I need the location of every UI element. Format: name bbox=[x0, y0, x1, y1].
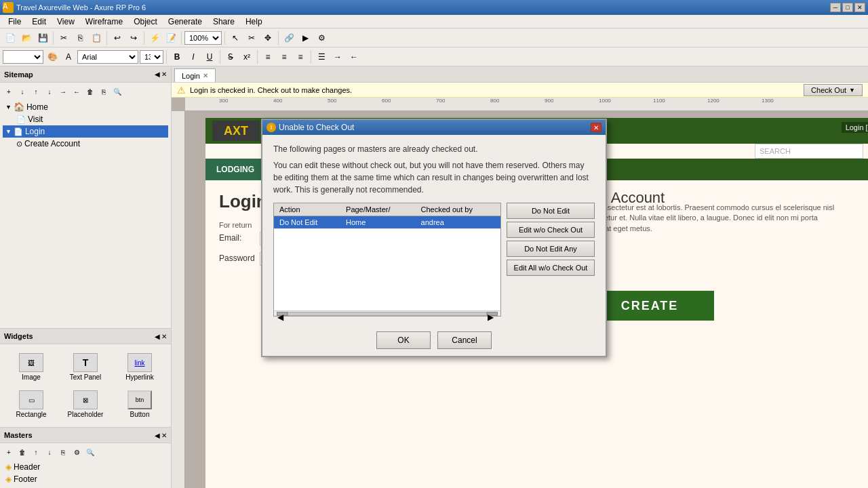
tab-login[interactable]: Login ✕ bbox=[174, 68, 216, 82]
sitemap-item-create-account[interactable]: ⊙ Create Account bbox=[14, 138, 168, 150]
align-right-button[interactable]: ≡ bbox=[293, 49, 308, 64]
new-button[interactable]: 📄 bbox=[3, 30, 18, 45]
sitemap-delete-button[interactable]: 🗑 bbox=[84, 85, 96, 98]
interaction-button[interactable]: ⚡ bbox=[147, 30, 162, 45]
masters-duplicate-button[interactable]: ⎘ bbox=[57, 446, 69, 458]
masters-close-icon[interactable]: ✕ bbox=[161, 432, 167, 439]
menu-generate[interactable]: Generate bbox=[163, 16, 208, 28]
widgets-collapse-icon[interactable]: ◀ bbox=[155, 333, 160, 340]
italic-button[interactable]: I bbox=[186, 49, 201, 64]
style-icon[interactable]: 🎨 bbox=[45, 49, 60, 64]
fontsize-dropdown[interactable]: 13 bbox=[140, 50, 163, 64]
widget-hyperlink[interactable]: link Hyperlink bbox=[114, 350, 165, 384]
menu-view[interactable]: View bbox=[52, 16, 80, 28]
masters-add-button[interactable]: + bbox=[3, 446, 15, 458]
font-dropdown[interactable]: Arial bbox=[77, 50, 138, 64]
checkout-dropdown-icon[interactable]: ▼ bbox=[849, 87, 855, 94]
bold-button[interactable]: B bbox=[170, 49, 184, 64]
widget-button[interactable]: btn Button bbox=[114, 387, 165, 422]
edit-without-checkout-button[interactable]: Edit w/o Check Out bbox=[507, 222, 595, 238]
widgets-header: Widgets ◀ ✕ bbox=[0, 328, 171, 344]
sitemap-move-down-button[interactable]: ↓ bbox=[43, 85, 56, 98]
title-bar-controls[interactable]: ─ □ ✕ bbox=[830, 3, 865, 12]
masters-collapse-icon[interactable]: ◀ bbox=[155, 432, 160, 439]
sitemap-collapse-icon[interactable]: ◀ bbox=[155, 70, 160, 78]
dialog-scrollbar[interactable] bbox=[288, 312, 487, 316]
widgets-close-icon[interactable]: ✕ bbox=[161, 333, 167, 340]
sitemap-outdent-button[interactable]: ← bbox=[71, 85, 83, 98]
scroll-right-arrow[interactable]: ▶ bbox=[487, 312, 498, 316]
close-button[interactable]: ✕ bbox=[854, 3, 865, 12]
tab-close-icon[interactable]: ✕ bbox=[203, 72, 208, 79]
widget-rectangle[interactable]: ▭ Rectangle bbox=[5, 387, 57, 422]
search-bar[interactable]: SEARCH bbox=[755, 144, 863, 159]
menu-help[interactable]: Help bbox=[240, 16, 268, 28]
masters-move-up-button[interactable]: ↑ bbox=[30, 446, 42, 458]
do-not-edit-any-button[interactable]: Do Not Edit Any bbox=[507, 241, 595, 257]
preview-button[interactable]: ▶ bbox=[298, 30, 313, 45]
scroll-left-arrow[interactable]: ◀ bbox=[277, 312, 288, 316]
masters-controls[interactable]: ◀ ✕ bbox=[155, 432, 167, 439]
ok-button[interactable]: OK bbox=[376, 331, 431, 349]
sitemap-duplicate-button[interactable]: ⎘ bbox=[98, 85, 110, 98]
sitemap-close-icon[interactable]: ✕ bbox=[161, 70, 167, 78]
menu-share[interactable]: Share bbox=[208, 16, 240, 28]
cancel-button[interactable]: Cancel bbox=[437, 331, 492, 349]
open-button[interactable]: 📂 bbox=[19, 30, 34, 45]
dialog-close-button[interactable]: ✕ bbox=[591, 123, 601, 132]
widget-image[interactable]: 🖼 Image bbox=[5, 350, 57, 384]
widget-text-panel[interactable]: T Text Panel bbox=[60, 350, 111, 384]
nav-lodging[interactable]: LODGING bbox=[205, 159, 265, 180]
menu-edit[interactable]: Edit bbox=[26, 16, 52, 28]
checkout-button[interactable]: Check Out ▼ bbox=[804, 84, 863, 96]
sitemap-add-child-button[interactable]: ↓ bbox=[16, 85, 28, 98]
masters-item-header[interactable]: ◈ Header bbox=[3, 461, 168, 473]
maximize-button[interactable]: □ bbox=[842, 3, 853, 12]
outdent-button[interactable]: ← bbox=[347, 49, 361, 64]
move-button[interactable]: ✥ bbox=[260, 30, 275, 45]
sitemap-item-visit[interactable]: 📄 Visit bbox=[14, 113, 168, 125]
masters-delete-button[interactable]: 🗑 bbox=[16, 446, 28, 458]
do-not-edit-button[interactable]: Do Not Edit bbox=[507, 203, 595, 219]
redo-button[interactable]: ↪ bbox=[126, 30, 141, 45]
note-button[interactable]: 📝 bbox=[163, 30, 178, 45]
indent-button[interactable]: → bbox=[330, 49, 345, 64]
align-center-button[interactable]: ≡ bbox=[277, 49, 292, 64]
pointer-button[interactable]: ↖ bbox=[228, 30, 243, 45]
menu-file[interactable]: File bbox=[3, 16, 26, 28]
menu-object[interactable]: Object bbox=[128, 16, 163, 28]
sitemap-search-button[interactable]: 🔍 bbox=[111, 85, 123, 98]
sitemap-item-home[interactable]: ▼ 🏠 Home bbox=[3, 100, 168, 113]
underline-button[interactable]: U bbox=[202, 49, 217, 64]
generate-button[interactable]: ⚙ bbox=[314, 30, 329, 45]
save-button[interactable]: 💾 bbox=[35, 30, 50, 45]
sitemap-indent-button[interactable]: → bbox=[57, 85, 69, 98]
publish-button[interactable]: 🔗 bbox=[281, 30, 296, 45]
sitemap-controls[interactable]: ◀ ✕ bbox=[155, 70, 167, 78]
sitemap-move-up-button[interactable]: ↑ bbox=[30, 85, 42, 98]
crop-button[interactable]: ✂ bbox=[244, 30, 259, 45]
sitemap-item-login[interactable]: ▼ 📄 Login bbox=[3, 125, 168, 138]
copy-button[interactable]: ⎘ bbox=[73, 30, 87, 45]
masters-search-button[interactable]: 🔍 bbox=[84, 446, 96, 458]
menu-wireframe[interactable]: Wireframe bbox=[80, 16, 128, 28]
zoom-dropdown[interactable]: 100% 75% 50% 150% bbox=[184, 31, 222, 45]
masters-item-footer[interactable]: ◈ Footer bbox=[3, 473, 168, 485]
widgets-controls[interactable]: ◀ ✕ bbox=[155, 333, 167, 340]
masters-generate-button[interactable]: ⚙ bbox=[71, 446, 83, 458]
superscript-button[interactable]: x² bbox=[239, 49, 254, 64]
align-left-button[interactable]: ≡ bbox=[260, 49, 275, 64]
sitemap-add-button[interactable]: + bbox=[3, 85, 15, 98]
cut-button[interactable]: ✂ bbox=[56, 30, 71, 45]
strikethrough-button[interactable]: S̶ bbox=[223, 49, 238, 64]
style-dropdown[interactable] bbox=[3, 50, 43, 64]
undo-button[interactable]: ↩ bbox=[110, 30, 125, 45]
style2-icon[interactable]: A bbox=[61, 49, 76, 64]
edit-all-without-checkout-button[interactable]: Edit All w/o Check Out bbox=[507, 260, 595, 276]
paste-button[interactable]: 📋 bbox=[89, 30, 104, 45]
list-button[interactable]: ☰ bbox=[314, 49, 329, 64]
widget-placeholder[interactable]: ⊠ Placeholder bbox=[60, 387, 111, 422]
masters-move-down-button[interactable]: ↓ bbox=[43, 446, 56, 458]
minimize-button[interactable]: ─ bbox=[830, 3, 841, 12]
table-row[interactable]: Do Not Edit Home andrea bbox=[274, 216, 500, 229]
